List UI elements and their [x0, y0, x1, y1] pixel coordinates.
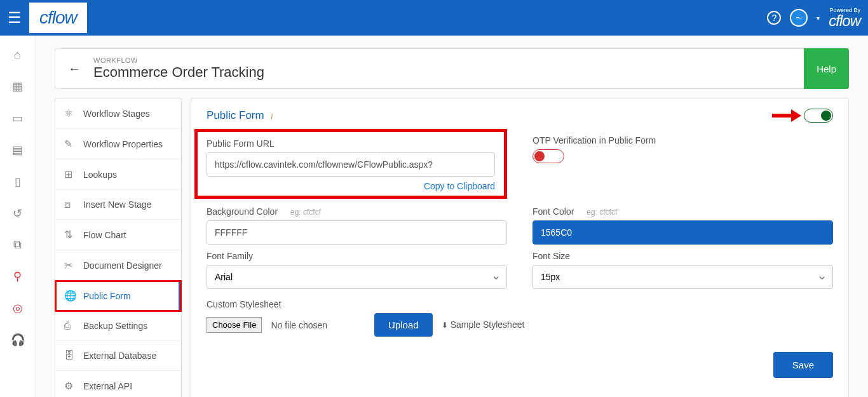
sidebar-item-flow-chart[interactable]: ⇅ Flow Chart	[55, 220, 181, 250]
sidebar-item-label: External API	[83, 381, 132, 391]
sidebar-item-workflow-stages[interactable]: ⚛ Workflow Stages	[55, 98, 181, 129]
calendar-icon[interactable]: ▭	[12, 111, 23, 125]
save-button[interactable]: Save	[773, 352, 833, 378]
font-color-label: Font Color eg: cfcfcf	[532, 206, 833, 217]
help-icon[interactable]: ?	[767, 11, 781, 25]
font-family-select[interactable]: Arial	[207, 265, 507, 289]
history-icon[interactable]: ↺	[13, 206, 22, 220]
logo[interactable]: cflow	[29, 3, 87, 33]
powered-by: Powered By cflow	[829, 7, 860, 29]
topbar-right: ? ~ ▾ Powered By cflow	[767, 7, 860, 29]
upload-button[interactable]: Upload	[374, 313, 433, 337]
back-arrow-icon[interactable]: ←	[68, 62, 81, 76]
docdesign-icon: ✂	[64, 259, 76, 271]
sidebar-item-document-designer[interactable]: ✂ Document Designer	[55, 250, 181, 281]
sample-stylesheet-link[interactable]: ⬇ Sample Stylesheet	[442, 320, 525, 330]
sidebar-item-label: Flow Chart	[83, 230, 126, 240]
font-size-select[interactable]: 15px	[532, 265, 833, 289]
api-icon: ⚙	[64, 380, 76, 392]
insert-icon: ⧈	[64, 199, 76, 210]
logo-text: cflow	[39, 8, 77, 28]
main-area: ← WORKFLOW Ecommerce Order Tracking Help…	[36, 36, 868, 397]
org-icon[interactable]: ⚲	[13, 269, 22, 283]
home-icon[interactable]: ⌂	[14, 48, 21, 62]
public-form-url-input[interactable]	[207, 152, 495, 177]
sidebar-item-label: Workflow Properties	[83, 139, 163, 149]
sidebar-item-label: Lookups	[83, 170, 117, 180]
font-family-label: Font Family	[207, 251, 507, 261]
top-bar: ☰ cflow ? ~ ▾ Powered By cflow	[0, 0, 868, 36]
font-color-input[interactable]	[532, 220, 833, 245]
bg-color-label: Background Color eg: cfcfcf	[207, 206, 507, 217]
database-icon: 🗄	[64, 350, 76, 361]
public-form-toggle[interactable]	[804, 109, 833, 123]
hamburger-icon[interactable]: ☰	[8, 9, 22, 27]
page-header: ← WORKFLOW Ecommerce Order Tracking Help	[55, 48, 849, 89]
file-status: No file chosen	[271, 320, 327, 330]
url-label: Public Form URL	[207, 138, 495, 149]
backup-icon: ⎙	[64, 320, 76, 332]
sidebar-item-workflow-properties[interactable]: ✎ Workflow Properties	[55, 129, 181, 159]
otp-label: OTP Verification in Public Form	[532, 135, 833, 145]
sidebar-item-label: Insert New Stage	[83, 199, 151, 210]
help-button[interactable]: Help	[804, 48, 849, 89]
globe-icon: 🌐	[64, 290, 76, 302]
background-color-input[interactable]	[207, 220, 507, 245]
copy-to-clipboard-link[interactable]: Copy to Clipboard	[424, 181, 495, 191]
sidebar-item-label: Backup Settings	[83, 321, 147, 331]
headset-icon[interactable]: 🎧	[11, 333, 25, 347]
book-icon[interactable]: ▯	[15, 175, 21, 189]
info-icon[interactable]: i	[271, 112, 273, 121]
sidebar-item-label: Workflow Stages	[83, 109, 150, 119]
stages-icon: ⚛	[64, 107, 76, 119]
messenger-icon[interactable]: ~	[790, 9, 808, 27]
public-form-url-block: Public Form URL Copy to Clipboard	[194, 129, 507, 199]
sidebar-item-label: Document Designer	[83, 260, 162, 271]
font-size-label: Font Size	[532, 251, 833, 261]
download-icon: ⬇	[442, 321, 448, 330]
chart-icon[interactable]: ⧉	[13, 238, 22, 252]
sidebar-item-backup-settings[interactable]: ⎙ Backup Settings	[55, 311, 181, 341]
left-icon-bar: ⌂ ▦ ▭ ▤ ▯ ↺ ⧉ ⚲ ◎ 🎧	[0, 36, 36, 397]
sidebar-item-label: Public Form	[83, 291, 131, 301]
target-icon[interactable]: ◎	[13, 301, 23, 315]
annotation-arrow-icon	[772, 109, 801, 122]
header-eyebrow: WORKFLOW	[93, 57, 264, 64]
card-icon[interactable]: ▤	[12, 143, 23, 157]
choose-file-button[interactable]: Choose File	[207, 317, 262, 333]
sidebar-item-label: External Database	[83, 351, 156, 361]
page-title: Ecommerce Order Tracking	[93, 64, 264, 81]
flowchart-icon: ⇅	[64, 229, 76, 241]
grid-icon[interactable]: ▦	[12, 79, 23, 93]
stylesheet-label: Custom Stylesheet	[207, 299, 833, 309]
sidebar-item-insert-stage[interactable]: ⧈ Insert New Stage	[55, 190, 181, 220]
otp-toggle[interactable]	[532, 149, 564, 163]
sidebar-item-external-api[interactable]: ⚙ External API	[55, 371, 181, 397]
settings-menu: ⚛ Workflow Stages ✎ Workflow Properties …	[55, 98, 182, 397]
sidebar-item-public-form[interactable]: 🌐 Public Form	[55, 281, 181, 311]
panel-title: Public Form	[207, 109, 264, 121]
lookups-icon: ⊞	[64, 168, 76, 180]
public-form-panel: Public Form i Public Form URL	[191, 98, 849, 397]
sidebar-item-external-database[interactable]: 🗄 External Database	[55, 341, 181, 371]
properties-icon: ✎	[64, 138, 76, 150]
sidebar-item-lookups[interactable]: ⊞ Lookups	[55, 159, 181, 190]
chevron-down-icon[interactable]: ▾	[817, 15, 820, 22]
